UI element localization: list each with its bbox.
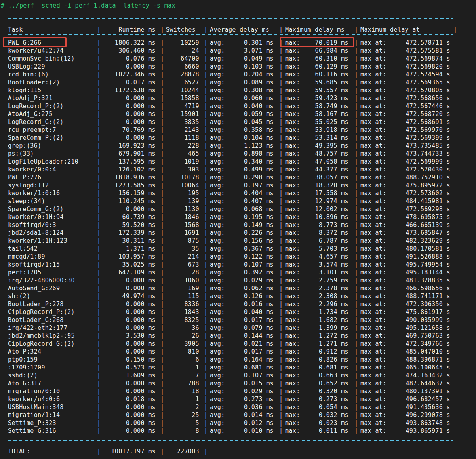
max-at-value: 484.415981 s — [406, 197, 450, 205]
max-at-label: max at: — [360, 55, 387, 63]
column-separator: | — [354, 324, 358, 332]
column-separator: | — [354, 102, 358, 110]
task-name: :1709:1709 — [8, 364, 97, 371]
table-row: Settime_G:316|0.000 ms|8|avg:0.010 ms|ma… — [0, 427, 476, 435]
column-separator: | — [204, 229, 208, 237]
column-separator: | — [97, 245, 101, 253]
max-value: 8.773 ms — [319, 221, 348, 229]
column-separator: | — [354, 213, 358, 221]
column-separator: | — [160, 221, 164, 229]
max-at-value: 473.744733 s — [406, 150, 450, 158]
maximum-delay-cell: max:60.116 ms — [283, 70, 354, 78]
column-separator: | — [204, 55, 208, 63]
column-separator: | — [97, 173, 101, 181]
max-value: 49.395 ms — [315, 142, 348, 150]
max-label: max: — [285, 213, 300, 221]
max-label: max: — [285, 340, 300, 348]
average-delay-cell: avg:0.367 ms — [208, 245, 279, 253]
max-value: 0.054 ms — [319, 403, 348, 411]
column-separator: | — [97, 39, 101, 47]
max-at-label: max at: — [360, 364, 387, 371]
max-at-label: max at: — [360, 173, 387, 181]
column-separator: | — [97, 213, 101, 221]
terminal-screen[interactable]: # ../perf sched -i perf_1.data latency -… — [0, 0, 476, 459]
column-separator: | — [160, 403, 164, 411]
switches-value: 24 — [164, 47, 204, 55]
column-separator: | — [204, 78, 208, 86]
max-value: 0.912 ms — [319, 348, 348, 356]
column-separator: | — [204, 332, 208, 340]
maximum-delay-at-cell: max at:472.349766 s — [358, 340, 453, 348]
max-label: max: — [285, 94, 300, 102]
column-separator: | — [97, 340, 101, 348]
switches-value: 6527 — [164, 78, 204, 86]
average-delay-cell: avg:0.164 ms — [208, 356, 279, 364]
max-at-label: max at: — [360, 332, 387, 340]
column-separator: | — [354, 427, 358, 435]
task-name: Settime_P:323 — [8, 419, 97, 427]
column-separator: | — [354, 26, 358, 34]
avg-label: avg: — [210, 110, 225, 118]
maximum-delay-at-cell: max at:487.644637 s — [358, 379, 453, 387]
max-label: max: — [285, 308, 300, 316]
switches-value: 6 — [164, 356, 204, 364]
max-value: 38.057 ms — [315, 173, 348, 181]
maximum-delay-cell: max:53.314 ms — [283, 134, 354, 142]
max-value: 0.652 ms — [319, 379, 348, 387]
column-separator: | — [204, 379, 208, 387]
column-separator: | — [160, 237, 164, 245]
column-separator: | — [279, 213, 283, 221]
column-separator: | — [279, 197, 283, 205]
avg-value: 0.156 ms — [244, 237, 274, 245]
column-separator: | — [204, 118, 208, 126]
column-separator: | — [354, 158, 358, 166]
column-separator: | — [160, 371, 164, 379]
max-at-value: 491.526888 s — [406, 253, 450, 261]
column-separator: | — [160, 300, 164, 308]
max-at-value: 480.137391 s — [406, 387, 450, 395]
table-row: USBLog:229|0.000 ms|6660|avg:0.103 ms|ma… — [0, 63, 476, 70]
average-delay-cell: avg:0.126 ms — [208, 292, 279, 300]
avg-value: 0.068 ms — [244, 205, 274, 213]
runtime-value: 0.000 ms — [101, 324, 160, 332]
column-separator: | — [279, 379, 283, 387]
max-label: max: — [285, 110, 300, 118]
column-separator: | — [279, 300, 283, 308]
column-separator: | — [279, 364, 283, 371]
column-separator: | — [204, 324, 208, 332]
switches-value: 228 — [164, 142, 204, 150]
table-body: PWL_G:266|1806.322 ms|10259|avg:0.301 ms… — [0, 39, 476, 435]
column-separator: | — [279, 189, 283, 197]
column-separator: | — [279, 86, 283, 94]
maximum-delay-at-cell: max at:475.895972 s — [358, 181, 453, 189]
max-value: 4.657 ms — [319, 253, 348, 261]
column-separator: | — [354, 379, 358, 387]
switches-value: 5 — [164, 419, 204, 427]
avg-label: avg: — [210, 292, 225, 300]
column-separator: | — [204, 237, 208, 245]
column-separator: | — [97, 284, 101, 292]
column-separator: | — [204, 395, 208, 403]
maximum-delay-at-cell: max at:472.574594 s — [358, 70, 453, 78]
total-row: TOTAL: | 10017.197 ms | 227003 | — [0, 448, 476, 455]
task-name: BootLader_G:268 — [8, 316, 97, 324]
column-separator: | — [160, 411, 164, 419]
maximum-delay-at-cell: max at:472.570430 s — [358, 166, 453, 173]
maximum-delay-cell: max:47.058 ms — [283, 158, 354, 166]
column-separator: | — [160, 47, 164, 55]
column-separator: | — [354, 300, 358, 308]
average-delay-cell: avg:0.010 ms — [208, 427, 279, 435]
max-at-label: max at: — [360, 371, 387, 379]
column-separator: | — [204, 269, 208, 276]
column-separator: | — [160, 197, 164, 205]
switches-value: 8336 — [164, 300, 204, 308]
avg-value: 0.017 ms — [244, 348, 274, 356]
column-separator: | — [204, 197, 208, 205]
switches-value: 139 — [164, 197, 204, 205]
column-separator: | — [279, 26, 283, 34]
max-at-label: max at: — [360, 395, 387, 403]
average-delay-cell: avg:0.049 ms — [208, 55, 279, 63]
max-value: 6.787 ms — [319, 237, 348, 245]
avg-label: avg: — [210, 284, 225, 292]
switches-value: 1130 — [164, 205, 204, 213]
